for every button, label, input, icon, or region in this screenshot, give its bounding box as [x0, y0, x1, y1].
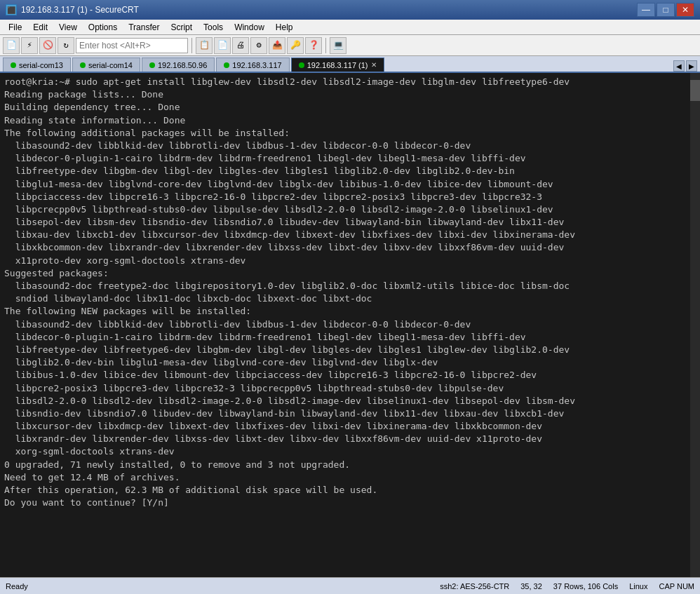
maximize-button[interactable]: □ [657, 3, 675, 17]
status-session-info: ssh2: AES-256-CTR [440, 582, 509, 590]
tab-indicator-192-168-50-96 [149, 62, 155, 68]
tab-192-168-3-117[interactable]: 192.168.3.117 [216, 58, 289, 72]
menu-options[interactable]: Options [83, 20, 123, 34]
titlebar-left: ⬛ 192.168.3.117 (1) - SecureCRT [6, 4, 139, 15]
toolbar-sep1 [191, 38, 192, 53]
tab-label-192-168-50-96: 192.168.50.96 [158, 61, 207, 69]
tab-label-192-168-3-117-1: 192.168.3.117 (1) [307, 61, 368, 69]
titlebar: ⬛ 192.168.3.117 (1) - SecureCRT — □ ✕ [0, 0, 700, 20]
status-position: 35, 32 [520, 582, 542, 590]
status-right: ssh2: AES-256-CTR 35, 32 37 Rows, 106 Co… [440, 582, 694, 590]
menu-window[interactable]: Window [229, 20, 270, 34]
tab-192-168-50-96[interactable]: 192.168.50.96 [142, 58, 215, 72]
tab-label-serial-com14: serial-com14 [88, 61, 133, 69]
tabbar: serial-com13 serial-com14 192.168.50.96 … [0, 56, 700, 73]
toolbar-extra-btn[interactable]: 💻 [330, 37, 346, 54]
close-button[interactable]: ✕ [676, 3, 694, 17]
menu-file[interactable]: File [3, 20, 27, 34]
status-ready: Ready [6, 582, 28, 590]
tab-192-168-3-117-1[interactable]: 192.168.3.117 (1) ✕ [291, 58, 384, 72]
status-os: Linux [629, 582, 647, 590]
terminal-content: root@kria:~# sudo apt-get install libgle… [4, 76, 696, 509]
toolbar-new-btn[interactable]: 📄 [3, 37, 20, 54]
terminal-scrollbar[interactable] [690, 73, 700, 577]
terminal-area[interactable]: root@kria:~# sudo apt-get install libgle… [0, 73, 700, 577]
menubar: File Edit View Options Transfer Script T… [0, 20, 700, 35]
tab-close-192-168-3-117-1[interactable]: ✕ [371, 61, 377, 69]
toolbar-print-btn[interactable]: 🖨 [232, 37, 249, 54]
menu-edit[interactable]: Edit [27, 20, 53, 34]
status-left: Ready [6, 582, 28, 590]
toolbar-sftp-btn[interactable]: 📤 [269, 37, 285, 54]
tab-indicator-serial-com14 [80, 62, 86, 68]
statusbar: Ready ssh2: AES-256-CTR 35, 32 37 Rows, … [0, 577, 700, 594]
toolbar-paste-btn[interactable]: 📄 [214, 37, 231, 54]
tab-indicator-serial-com13 [11, 62, 16, 68]
minimize-button[interactable]: — [637, 3, 655, 17]
toolbar-help-btn[interactable]: ❓ [305, 37, 322, 54]
tab-label-serial-com13: serial-com13 [19, 61, 63, 69]
toolbar-connect-btn[interactable]: ⚡ [21, 37, 38, 54]
toolbar-key-btn[interactable]: 🔑 [287, 37, 304, 54]
tab-serial-com14[interactable]: serial-com14 [72, 58, 140, 72]
toolbar: 📄 ⚡ 🚫 ↻ 📋 📄 🖨 ⚙ 📤 🔑 ❓ 💻 [0, 35, 700, 56]
menu-view[interactable]: View [53, 20, 83, 34]
menu-script[interactable]: Script [165, 20, 198, 34]
tab-nav-right[interactable]: ▶ [686, 60, 697, 72]
terminal-scrollbar-thumb[interactable] [690, 80, 700, 101]
menu-tools[interactable]: Tools [198, 20, 229, 34]
menu-help[interactable]: Help [270, 20, 299, 34]
toolbar-disconnect-btn[interactable]: 🚫 [39, 37, 56, 54]
menu-transfer[interactable]: Transfer [123, 20, 165, 34]
tab-nav-left[interactable]: ◀ [673, 60, 685, 72]
tab-indicator-192-168-3-117-1 [299, 62, 304, 68]
app-icon: ⬛ [6, 4, 17, 15]
tab-serial-com13[interactable]: serial-com13 [3, 58, 71, 72]
toolbar-sep2 [325, 38, 326, 53]
host-input[interactable] [76, 38, 188, 53]
toolbar-reconnect-btn[interactable]: ↻ [58, 37, 74, 54]
titlebar-controls: — □ ✕ [637, 3, 694, 17]
toolbar-settings-btn[interactable]: ⚙ [250, 37, 267, 54]
status-caps: CAP NUM [659, 582, 694, 590]
tab-indicator-192-168-3-117 [224, 62, 229, 68]
toolbar-copy-btn[interactable]: 📋 [196, 37, 213, 54]
tab-label-192-168-3-117: 192.168.3.117 [232, 61, 281, 69]
status-dimensions: 37 Rows, 106 Cols [553, 582, 618, 590]
titlebar-title: 192.168.3.117 (1) - SecureCRT [21, 5, 139, 15]
tab-nav: ◀ ▶ [673, 60, 697, 72]
